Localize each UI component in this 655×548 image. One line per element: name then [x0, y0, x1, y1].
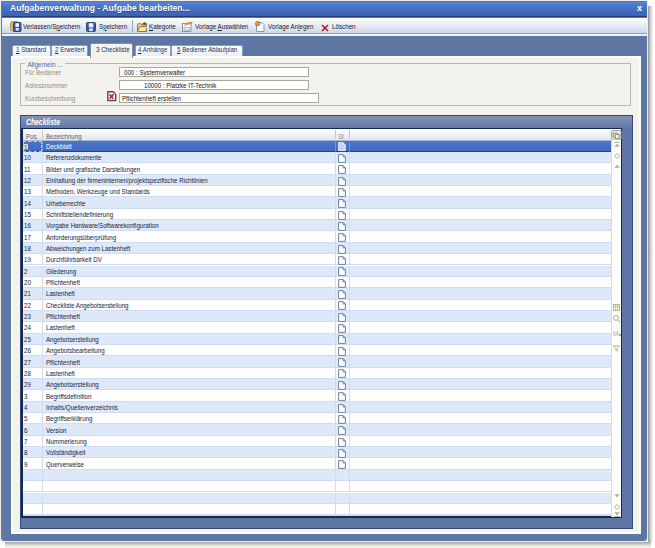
svg-text:M: M: [613, 330, 618, 337]
